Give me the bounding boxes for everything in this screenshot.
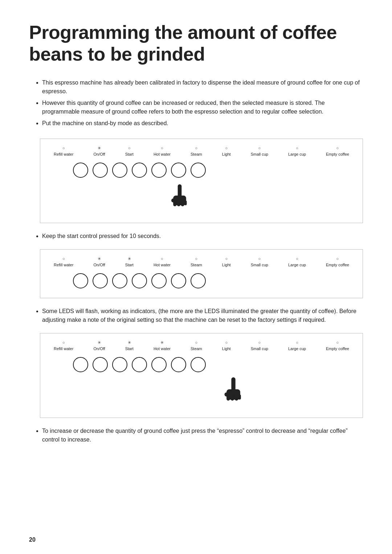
btn-small-cup (171, 163, 186, 178)
hand-indicator-3 (48, 377, 355, 408)
d3-light: ○ Light (220, 340, 233, 351)
hand-indicator-1 (48, 184, 355, 213)
page-title: Programming the amount of coffee beans t… (29, 22, 363, 65)
d3-btn-on-off (73, 357, 88, 372)
d3-btn-small-cup (171, 357, 186, 372)
d2-hot-water: ○ Hot water (151, 256, 173, 267)
d2-btn-hot-water (112, 273, 127, 288)
d3-btn-light (151, 357, 167, 372)
d2-btn-start (93, 273, 108, 288)
bullet-5-list: Some LEDS will flash, working as indicat… (29, 307, 363, 324)
d3-btn-start (93, 357, 108, 372)
d2-empty-coffee: ○ Empty coffee (323, 256, 352, 267)
d3-btn-hot-water (112, 357, 127, 372)
d2-btn-large-cup (191, 273, 206, 288)
small-cup-control: ○ Small cup (248, 145, 271, 157)
btn-start (93, 163, 108, 178)
btn-large-cup (191, 163, 206, 178)
large-cup-control: ○ Large cup (286, 145, 309, 157)
controls-row-1: ○ Refill water ✳ On/Off ○ Start ○ Hot wa… (48, 145, 355, 157)
start-control: ○ Start (123, 145, 136, 157)
d2-steam: ○ Steam (188, 256, 205, 267)
svg-rect-3 (173, 200, 176, 206)
bullet-2: However this quantity of ground coffee c… (42, 99, 363, 116)
d3-steam: ○ Steam (188, 340, 205, 351)
d3-small-cup: ○ Small cup (248, 340, 271, 351)
svg-rect-5 (181, 200, 184, 206)
d3-onoff: ✳ On/Off (91, 340, 107, 351)
bullet-3: Put the machine on stand-by mode as desc… (42, 119, 363, 128)
bullet-6: To increase or decrease the quantity of … (42, 427, 363, 444)
bullet-4-list: Keep the start control pressed for 10 se… (29, 232, 363, 241)
d3-refill-water: ○ Refill water (51, 340, 76, 351)
svg-rect-10 (226, 394, 230, 401)
diagram-2: ○ Refill water ✳ On/Off ✳ Start ○ Hot wa… (40, 249, 363, 298)
btn-light (151, 163, 167, 178)
controls-row-3: ○ Refill water ✳ On/Off ✳ Start ✳ Hot wa… (48, 340, 355, 351)
d2-btn-steam (132, 273, 147, 288)
bullet-5: Some LEDS will flash, working as indicat… (42, 307, 363, 324)
btn-on-off (73, 163, 88, 178)
btn-hot-water (112, 163, 127, 178)
steam-control: ○ Steam (188, 145, 205, 157)
refill-water-control: ○ Refill water (51, 145, 76, 157)
d3-btn-steam (132, 357, 147, 372)
bullet-4: Keep the start control pressed for 10 se… (42, 232, 363, 241)
btn-steam (132, 163, 147, 178)
d3-start: ✳ Start (123, 340, 136, 351)
d2-light: ○ Light (220, 256, 233, 267)
empty-coffee-control: ○ Empty coffee (323, 145, 352, 157)
d3-hot-water: ✳ Hot water (151, 340, 173, 351)
intro-bullets: This espresso machine has already been c… (29, 78, 363, 128)
d2-btn-on-off (73, 273, 88, 288)
bullet-1: This espresso machine has already been c… (42, 78, 363, 96)
d3-btn-large-cup (191, 357, 206, 372)
controls-row-2: ○ Refill water ✳ On/Off ✳ Start ○ Hot wa… (48, 256, 355, 267)
d2-onoff: ✳ On/Off (91, 256, 107, 267)
d2-small-cup: ○ Small cup (248, 256, 271, 267)
d2-btn-light (151, 273, 167, 288)
button-circles-row-1 (48, 160, 355, 179)
d2-btn-small-cup (171, 273, 186, 288)
bullet-6-list: To increase or decrease the quantity of … (29, 427, 363, 444)
svg-rect-11 (230, 394, 234, 401)
light-control: ○ Light (220, 145, 233, 157)
d3-large-cup: ○ Large cup (286, 340, 309, 351)
button-circles-row-2 (48, 270, 355, 290)
d3-empty-coffee: ○ Empty coffee (323, 340, 352, 351)
d2-large-cup: ○ Large cup (286, 256, 309, 267)
onoff-control: ✳ On/Off (91, 145, 107, 157)
d2-start: ✳ Start (123, 256, 136, 267)
diagram-1: ○ Refill water ✳ On/Off ○ Start ○ Hot wa… (40, 139, 363, 223)
svg-rect-4 (177, 200, 180, 206)
page-number: 20 (29, 537, 36, 543)
button-circles-row-3 (48, 354, 355, 374)
hot-water-control: ○ Hot water (151, 145, 173, 157)
svg-rect-12 (235, 394, 238, 401)
d2-refill-water: ○ Refill water (51, 256, 76, 267)
svg-rect-13 (238, 394, 241, 399)
diagram-3: ○ Refill water ✳ On/Off ✳ Start ✳ Hot wa… (40, 333, 363, 418)
svg-rect-6 (184, 200, 187, 205)
